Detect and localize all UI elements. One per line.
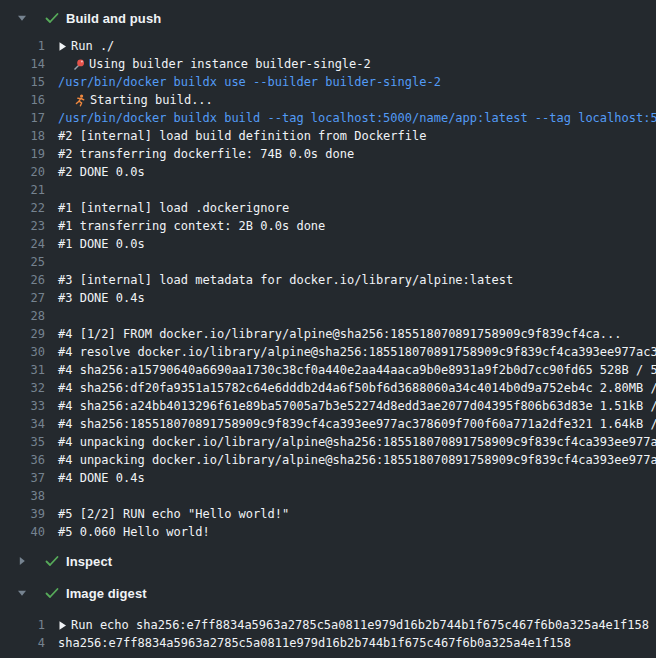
line-number[interactable]: 40 — [0, 523, 45, 541]
log-line: 34#4 sha256:185518070891758909c9f839cf4c… — [0, 415, 656, 433]
log-text: #5 0.060 Hello world! — [58, 523, 210, 541]
log-line: 40#5 0.060 Hello world! — [0, 523, 656, 541]
log-line: 16Starting build... — [0, 91, 656, 109]
log-line: 28 — [0, 307, 656, 325]
line-number[interactable]: 25 — [0, 253, 45, 271]
section-build-and-push: Build and push 1Run ./14Using builder in… — [0, 3, 656, 541]
chevron-down-icon — [17, 588, 27, 598]
line-number[interactable]: 23 — [0, 217, 45, 235]
section-image-digest: Image digest 1Run echo sha256:e7ff8834a5… — [0, 578, 656, 652]
log-text: Run echo sha256:e7ff8834a5963a2785c5a081… — [71, 616, 649, 634]
log-line: 14Using builder instance builder-single-… — [0, 55, 656, 73]
log-text: sha256:e7ff8834a5963a2785c5a0811e979d16b… — [58, 634, 571, 652]
line-number[interactable]: 37 — [0, 469, 45, 487]
line-number[interactable]: 24 — [0, 235, 45, 253]
log-line: 39#5 [2/2] RUN echo "Hello world!" — [0, 505, 656, 523]
line-number[interactable]: 29 — [0, 325, 45, 343]
log-text: #1 DONE 0.0s — [58, 235, 145, 253]
run-chevron-icon[interactable] — [58, 620, 67, 631]
line-number[interactable]: 38 — [0, 487, 45, 505]
log-line: 26#3 [internal] load metadata for docker… — [0, 271, 656, 289]
runner-icon — [73, 94, 86, 107]
log-text: #4 sha256:185518070891758909c9f839cf4ca3… — [58, 415, 656, 433]
log-line: 24#1 DONE 0.0s — [0, 235, 656, 253]
line-number[interactable]: 36 — [0, 451, 45, 469]
log-line: 30#4 resolve docker.io/library/alpine@sh… — [0, 343, 656, 361]
section-title: Image digest — [66, 586, 147, 601]
log-line: 33#4 sha256:a24bb4013296f61e89ba57005a7b… — [0, 397, 656, 415]
log-text: #2 transferring dockerfile: 74B 0.0s don… — [58, 145, 354, 163]
log-line: 36#4 unpacking docker.io/library/alpine@… — [0, 451, 656, 469]
line-number[interactable]: 22 — [0, 199, 45, 217]
log-line: 1Run ./ — [0, 37, 656, 55]
check-icon — [44, 585, 60, 601]
log-line: 19#2 transferring dockerfile: 74B 0.0s d… — [0, 145, 656, 163]
line-number[interactable]: 30 — [0, 343, 45, 361]
line-number[interactable]: 16 — [0, 91, 45, 109]
log-line: 17/usr/bin/docker buildx build --tag loc… — [0, 109, 656, 127]
line-number[interactable]: 35 — [0, 433, 45, 451]
line-number[interactable]: 39 — [0, 505, 45, 523]
section-title: Inspect — [66, 554, 112, 569]
log-line: 21 — [0, 181, 656, 199]
log-text: #4 sha256:a24bb4013296f61e89ba57005a7b3e… — [58, 397, 656, 415]
line-number[interactable]: 28 — [0, 307, 45, 325]
line-number[interactable]: 32 — [0, 379, 45, 397]
line-number[interactable]: 17 — [0, 109, 45, 127]
log-text: #5 [2/2] RUN echo "Hello world!" — [58, 505, 289, 523]
log-text: Using builder instance builder-single-2 — [89, 55, 371, 73]
log-line: 15/usr/bin/docker buildx use --builder b… — [0, 73, 656, 91]
log-text: #3 DONE 0.4s — [58, 289, 145, 307]
line-number[interactable]: 34 — [0, 415, 45, 433]
log-text: #1 [internal] load .dockerignore — [58, 199, 289, 217]
log-text: Starting build... — [90, 91, 213, 109]
line-number[interactable]: 14 — [0, 55, 45, 73]
check-icon — [44, 553, 60, 569]
log-text: #4 sha256:a15790640a6690aa1730c38cf0a440… — [58, 361, 656, 379]
run-chevron-icon[interactable] — [58, 41, 67, 52]
log-line: 22#1 [internal] load .dockerignore — [0, 199, 656, 217]
log-line: 35#4 unpacking docker.io/library/alpine@… — [0, 433, 656, 451]
log-lines: 1Run ./14Using builder instance builder-… — [0, 37, 656, 541]
line-number[interactable]: 19 — [0, 145, 45, 163]
log-text: #4 DONE 0.4s — [58, 469, 145, 487]
log-text: #1 transferring context: 2B 0.0s done — [58, 217, 325, 235]
log-text: /usr/bin/docker buildx build --tag local… — [58, 109, 656, 127]
log-line: 38 — [0, 487, 656, 505]
log-line: 1Run echo sha256:e7ff8834a5963a2785c5a08… — [0, 616, 656, 634]
line-number[interactable]: 18 — [0, 127, 45, 145]
line-number[interactable]: 20 — [0, 163, 45, 181]
section-header-build-and-push[interactable]: Build and push — [0, 3, 656, 33]
log-text: #4 resolve docker.io/library/alpine@sha2… — [58, 343, 656, 361]
log-text: #2 DONE 0.0s — [58, 163, 145, 181]
section-header-image-digest[interactable]: Image digest — [0, 578, 656, 608]
line-number[interactable]: 26 — [0, 271, 45, 289]
log-text: #4 [1/2] FROM docker.io/library/alpine@s… — [58, 325, 622, 343]
log-line: 32#4 sha256:df20fa9351a15782c64e6dddb2d4… — [0, 379, 656, 397]
line-number[interactable]: 27 — [0, 289, 45, 307]
line-number[interactable]: 1 — [0, 616, 45, 634]
line-number[interactable]: 31 — [0, 361, 45, 379]
line-number[interactable]: 21 — [0, 181, 45, 199]
line-number[interactable]: 1 — [0, 37, 45, 55]
section-title: Build and push — [66, 11, 161, 26]
line-number[interactable]: 4 — [0, 634, 45, 652]
section-header-inspect[interactable]: Inspect — [0, 546, 656, 576]
line-number[interactable]: 33 — [0, 397, 45, 415]
log-text: #3 [internal] load metadata for docker.i… — [58, 271, 513, 289]
log-line: 27#3 DONE 0.4s — [0, 289, 656, 307]
log-line: 23#1 transferring context: 2B 0.0s done — [0, 217, 656, 235]
log-line: 25 — [0, 253, 656, 271]
log-text: #4 sha256:df20fa9351a15782c64e6dddb2d4a6… — [58, 379, 656, 397]
log-line: 4sha256:e7ff8834a5963a2785c5a0811e979d16… — [0, 634, 656, 652]
log-viewer: Build and push 1Run ./14Using builder in… — [0, 3, 656, 652]
line-number[interactable]: 15 — [0, 73, 45, 91]
log-text: Run ./ — [71, 37, 114, 55]
log-text: #2 [internal] load build definition from… — [58, 127, 426, 145]
log-line: 31#4 sha256:a15790640a6690aa1730c38cf0a4… — [0, 361, 656, 379]
log-text: #4 unpacking docker.io/library/alpine@sh… — [58, 451, 656, 469]
log-line: 20#2 DONE 0.0s — [0, 163, 656, 181]
log-line: 37#4 DONE 0.4s — [0, 469, 656, 487]
chevron-down-icon — [17, 13, 27, 23]
section-inspect: Inspect — [0, 546, 656, 576]
